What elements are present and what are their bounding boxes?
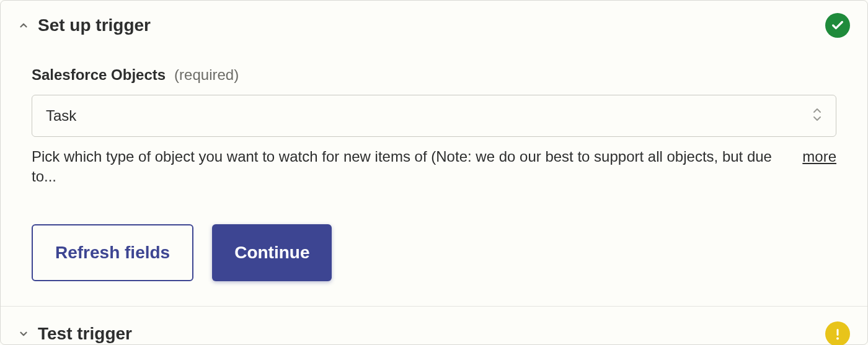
help-text: Pick which type of object you want to wa… — [32, 147, 784, 187]
help-row: Pick which type of object you want to wa… — [32, 147, 836, 187]
status-badge-success — [825, 13, 850, 38]
refresh-fields-button[interactable]: Refresh fields — [32, 224, 193, 281]
field-required: (required) — [174, 66, 239, 84]
button-row: Refresh fields Continue — [32, 224, 836, 281]
status-badge-warning — [825, 321, 850, 345]
check-icon — [831, 19, 844, 32]
setup-trigger-title: Set up trigger — [38, 15, 817, 35]
test-trigger-section: Test trigger — [1, 307, 867, 345]
trigger-panel: Set up trigger Salesforce Objects (requi… — [0, 0, 868, 345]
chevron-up-icon — [18, 20, 29, 31]
salesforce-object-select[interactable]: Task — [32, 95, 836, 137]
test-trigger-title: Test trigger — [38, 324, 817, 344]
chevron-down-icon — [18, 328, 29, 339]
setup-trigger-section: Set up trigger Salesforce Objects (requi… — [1, 1, 867, 307]
salesforce-object-select-wrap: Task — [32, 95, 836, 137]
field-label: Salesforce Objects — [32, 66, 166, 84]
test-trigger-header[interactable]: Test trigger — [1, 307, 867, 345]
setup-trigger-header[interactable]: Set up trigger — [1, 1, 867, 45]
continue-button[interactable]: Continue — [212, 224, 332, 281]
select-value: Task — [46, 107, 76, 124]
svg-rect-0 — [837, 329, 839, 336]
exclamation-icon — [835, 326, 840, 341]
field-label-row: Salesforce Objects (required) — [32, 66, 836, 84]
svg-point-1 — [836, 337, 839, 339]
more-link[interactable]: more — [802, 148, 836, 165]
setup-trigger-body: Salesforce Objects (required) Task Pick … — [1, 45, 867, 306]
